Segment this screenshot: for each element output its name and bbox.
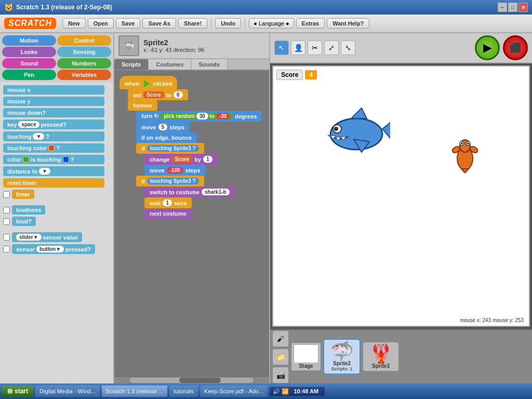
run-button[interactable]: ▶ bbox=[475, 35, 500, 60]
script-turn-block[interactable]: turn ↻ pick random 30 to -30 degrees bbox=[136, 111, 262, 122]
shark-sprite[interactable] bbox=[323, 103, 390, 161]
slider-checkbox[interactable] bbox=[3, 234, 10, 241]
touching-dropdown[interactable]: ▼ bbox=[33, 133, 44, 140]
script-set[interactable]: set Score to 0 bbox=[128, 89, 188, 100]
taskbar-item-0[interactable]: Digital Media - Wind... bbox=[35, 385, 100, 397]
touching-sprite3-2: touching Sprite3 ? bbox=[147, 178, 199, 184]
loud-checkbox[interactable] bbox=[3, 218, 10, 225]
script-if-touching: if touching Sprite3 ? change Score by 1 … bbox=[136, 143, 264, 176]
cat-motion[interactable]: Motion bbox=[2, 35, 56, 46]
sprite-card-sprite2[interactable]: 🦈 Sprite2 Scripts: 1 bbox=[323, 339, 361, 375]
script-edge-bounce: if on edge, bounce bbox=[136, 132, 264, 143]
tool-buttons: ↖ 👤 ✂ ⤢ ⤡ bbox=[274, 41, 355, 55]
score-value: 4 bbox=[305, 70, 317, 79]
new-button[interactable]: New bbox=[62, 18, 86, 29]
sensor-button-checkbox[interactable] bbox=[3, 246, 10, 252]
slider-dropdown[interactable]: slider▼ bbox=[16, 234, 42, 241]
script-next-costume-block[interactable]: next costume bbox=[144, 208, 192, 219]
loudness-checkbox[interactable] bbox=[3, 207, 10, 214]
script-forever[interactable]: forever bbox=[128, 100, 157, 111]
script-move-5[interactable]: move 5 steps bbox=[136, 122, 190, 132]
script-if1[interactable]: if touching Sprite3 ? bbox=[136, 143, 204, 154]
shrink-tool[interactable]: ⤡ bbox=[341, 41, 355, 55]
folder-tool[interactable]: 📁 bbox=[272, 349, 289, 365]
loud-block[interactable]: loud? bbox=[12, 217, 36, 226]
windows-icon: ⊞ bbox=[7, 388, 12, 395]
svg-point-12 bbox=[461, 142, 463, 144]
block-sensor-button: sensor button▼ pressed? bbox=[3, 244, 110, 254]
cat-looks[interactable]: Looks bbox=[2, 47, 56, 57]
slider-block[interactable]: slider▼ sensor value bbox=[12, 232, 82, 242]
save-as-button[interactable]: Save As bbox=[142, 18, 176, 29]
script-switch[interactable]: switch to costume shark1-b bbox=[144, 187, 235, 197]
key-value: space bbox=[18, 121, 39, 128]
help-button[interactable]: Want Help? bbox=[327, 18, 369, 29]
tab-costumes[interactable]: Costumes bbox=[149, 59, 191, 70]
duplicate-tool[interactable]: 👤 bbox=[291, 41, 305, 55]
scrollbar-thumb[interactable] bbox=[179, 378, 221, 383]
timer-checkbox[interactable] bbox=[3, 191, 10, 198]
paint-tool[interactable]: 🖌 bbox=[272, 330, 289, 347]
block-key-pressed[interactable]: key space pressed? bbox=[3, 119, 104, 129]
cat-control[interactable]: Control bbox=[57, 35, 111, 46]
share-button[interactable]: Share! bbox=[178, 18, 207, 29]
timer-block[interactable]: timer bbox=[12, 190, 34, 199]
taskbar-item-1[interactable]: Scratch 1.3 (release ... bbox=[102, 385, 168, 397]
block-mouse-x[interactable]: mouse x bbox=[3, 85, 104, 95]
button-dropdown[interactable]: button▼ bbox=[36, 246, 64, 252]
block-mouse-down[interactable]: mouse down? bbox=[3, 108, 104, 117]
taskbar-item-3[interactable]: Keep-Score.pdf - Ado... bbox=[200, 385, 268, 397]
scripts-scrollbar[interactable] bbox=[114, 376, 269, 383]
stop-button[interactable]: ⬛ bbox=[503, 35, 528, 60]
script-move-100[interactable]: move -100 steps bbox=[144, 165, 206, 176]
taskbar: ⊞ start Digital Media - Wind... Scratch … bbox=[0, 383, 532, 399]
block-distance-to[interactable]: distance to ▼ bbox=[3, 166, 104, 176]
block-reset-timer[interactable]: reset timer bbox=[3, 178, 104, 188]
camera-tool[interactable]: 📷 bbox=[272, 367, 289, 383]
sprite-card-sprite3[interactable]: 🦞 Sprite3 bbox=[362, 341, 400, 372]
script-change[interactable]: change Score by 1 bbox=[144, 154, 218, 165]
block-touching-color[interactable]: touching color ? bbox=[3, 143, 104, 153]
start-button[interactable]: ⊞ start bbox=[2, 386, 33, 396]
tray-icons: 🔊 📶 bbox=[273, 388, 289, 395]
cat-sound[interactable]: Sound bbox=[2, 58, 56, 69]
undo-button[interactable]: Undo bbox=[215, 18, 241, 29]
block-mouse-y[interactable]: mouse y bbox=[3, 97, 104, 106]
distance-dropdown[interactable]: ▼ bbox=[39, 168, 50, 175]
block-touching[interactable]: touching ▼ ? bbox=[3, 131, 104, 141]
script-switch-costume: switch to costume shark1-b bbox=[144, 187, 264, 197]
open-button[interactable]: Open bbox=[88, 18, 114, 29]
expand-tool[interactable]: ⤢ bbox=[324, 41, 339, 55]
taskbar-item-2[interactable]: tutorials bbox=[169, 385, 198, 397]
minimize-button[interactable]: − bbox=[498, 3, 507, 12]
loudness-block[interactable]: loudness bbox=[12, 205, 45, 215]
script-wait-block[interactable]: wait 1 secs bbox=[144, 197, 192, 208]
sprite-thumbnail: 🦈 bbox=[118, 35, 139, 56]
stage-card[interactable]: Stage bbox=[290, 342, 322, 371]
tab-sounds[interactable]: Sounds bbox=[191, 59, 227, 70]
block-timer: timer bbox=[3, 190, 110, 199]
extras-button[interactable]: Extras bbox=[296, 18, 325, 29]
sensor-button-block[interactable]: sensor button▼ pressed? bbox=[12, 244, 95, 254]
close-button[interactable]: ✕ bbox=[518, 3, 528, 12]
cat-sensing[interactable]: Sensing bbox=[57, 47, 111, 57]
lobster-sprite[interactable] bbox=[451, 137, 480, 174]
script-bounce[interactable]: if on edge, bounce bbox=[136, 132, 197, 143]
maximize-button[interactable]: □ bbox=[508, 3, 517, 12]
language-button[interactable]: ● Language ● bbox=[249, 18, 294, 29]
cat-numbers[interactable]: Numbers bbox=[57, 58, 111, 69]
tab-scripts[interactable]: Scripts bbox=[114, 59, 149, 70]
save-button[interactable]: Save bbox=[116, 18, 141, 29]
block-color-touching[interactable]: color is touching ? bbox=[3, 155, 104, 164]
clock: 10:48 AM bbox=[290, 388, 322, 394]
cat-variables[interactable]: Variables bbox=[57, 70, 111, 80]
pick-random-block: pick random 30 to -30 bbox=[161, 113, 233, 119]
costume-name: shark1-b bbox=[202, 189, 230, 195]
script-when-clicked[interactable]: when clicked bbox=[119, 76, 177, 89]
cat-pen[interactable]: Pen bbox=[2, 70, 56, 80]
cursor-tool[interactable]: ↖ bbox=[274, 41, 289, 55]
svg-point-4 bbox=[334, 127, 338, 131]
scissors-tool[interactable]: ✂ bbox=[308, 41, 322, 55]
script-if2[interactable]: if touching Sprite3 ? bbox=[136, 176, 204, 187]
scrollbar-track bbox=[130, 378, 254, 383]
